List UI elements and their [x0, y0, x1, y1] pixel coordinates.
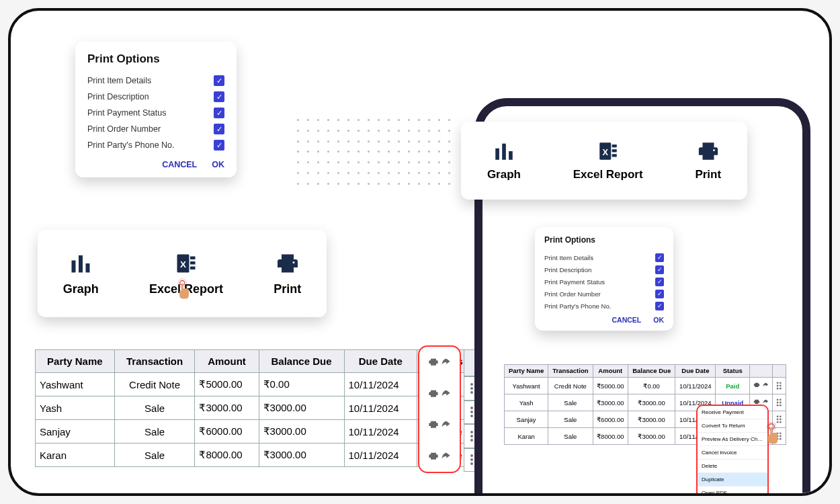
checkbox-icon[interactable]: ✓ — [655, 265, 664, 274]
phone-print-options-card: Print Options Print Item Details✓Print D… — [535, 227, 673, 331]
printer-icon — [753, 382, 760, 388]
pth-amount: Amount — [593, 365, 628, 378]
checkbox-icon[interactable]: ✓ — [655, 302, 664, 310]
cell-party: Yash — [36, 396, 115, 420]
print-option-row[interactable]: Print Item Details✓ — [544, 251, 664, 263]
graph-button[interactable]: Graph — [63, 251, 99, 296]
cell-amount: ₹5000.00 — [195, 373, 259, 396]
cell-balance: ₹3000.00 — [628, 428, 675, 445]
pth-kebab — [772, 365, 786, 378]
print-option-row[interactable]: Print Description✓ — [544, 263, 664, 276]
checkbox-icon[interactable]: ✓ — [214, 75, 224, 86]
print-option-row[interactable]: Print Description✓ — [87, 89, 224, 105]
context-menu-item[interactable]: Receive Payment — [698, 406, 767, 419]
printer-icon[interactable] — [428, 419, 439, 430]
checkbox-icon[interactable]: ✓ — [655, 278, 664, 286]
cell-due: 10/11/2024 — [344, 373, 417, 396]
printer-icon[interactable] — [428, 451, 439, 462]
phone-print-options-title: Print Options — [544, 235, 664, 245]
cell-balance: ₹3000.00 — [259, 396, 344, 420]
excel-icon: X — [174, 251, 198, 276]
phone-graph-button[interactable]: Graph — [487, 140, 521, 181]
cancel-button[interactable]: CANCEL — [162, 160, 197, 169]
cell-amount: ₹8000.00 — [593, 428, 628, 445]
print-option-row[interactable]: Print Payment Status✓ — [87, 105, 224, 121]
cell-amount: ₹3000.00 — [195, 396, 259, 420]
context-menu-item[interactable]: Convert To Return — [698, 419, 767, 433]
print-button[interactable]: Print — [274, 251, 301, 296]
share-icon[interactable] — [440, 451, 451, 462]
context-menu-item[interactable]: Open PDF — [698, 487, 767, 495]
cell-txn: Sale — [548, 428, 593, 445]
pth-status: Status — [716, 365, 750, 378]
cell-balance: ₹3000.00 — [259, 420, 344, 444]
print-option-label: Print Payment Status — [87, 108, 166, 118]
cell-txn: Sale — [548, 411, 593, 428]
cell-due: 10/11/2024 — [344, 396, 417, 420]
checkbox-icon[interactable]: ✓ — [214, 140, 224, 151]
table-row[interactable]: Sanjay Sale ₹6000.00 ₹3000.00 10/11/2024… — [36, 420, 478, 444]
checkbox-icon[interactable]: ✓ — [655, 290, 664, 298]
cell-party: Sanjay — [505, 411, 548, 428]
print-option-row[interactable]: Print Payment Status✓ — [544, 276, 664, 288]
phone-cancel-button[interactable]: CANCEL — [612, 316, 642, 324]
print-option-label: Print Payment Status — [544, 278, 605, 286]
print-option-row[interactable]: Print Item Details✓ — [87, 73, 224, 89]
printer-icon[interactable] — [428, 388, 439, 399]
cell-kebab[interactable] — [772, 394, 786, 411]
cell-due: 10/11/2024 — [344, 420, 417, 444]
phone-print-button[interactable]: Print — [695, 140, 721, 181]
cell-status: Paid — [716, 378, 750, 394]
cell-amount: ₹8000.00 — [195, 444, 259, 467]
cell-actions[interactable] — [750, 378, 773, 394]
context-menu-item[interactable]: Duplicate — [698, 473, 767, 487]
checkbox-icon[interactable]: ✓ — [655, 253, 664, 262]
share-icon — [762, 382, 769, 388]
cell-amount: ₹3000.00 — [593, 394, 628, 411]
print-options-card: Print Options Print Item Details✓Print D… — [75, 42, 237, 177]
context-menu-item[interactable]: Delete — [698, 460, 767, 473]
print-option-row[interactable]: Print Party's Phone No.✓ — [544, 300, 664, 312]
table-row[interactable]: Karan Sale ₹8000.00 ₹3000.00 10/11/2024 … — [36, 444, 478, 467]
svg-text:X: X — [602, 147, 608, 157]
dot-grid-decoration — [293, 115, 454, 189]
cell-kebab[interactable] — [772, 378, 786, 394]
cell-party: Karan — [505, 428, 548, 445]
cell-amount: ₹6000.00 — [195, 420, 259, 444]
print-option-label: Print Item Details — [87, 76, 151, 85]
svg-rect-16 — [502, 144, 506, 160]
context-menu-item[interactable]: Preview As Delivery Challan — [698, 433, 767, 446]
svg-rect-20 — [612, 149, 616, 152]
phone-ok-button[interactable]: OK — [653, 316, 664, 324]
print-option-label: Print Order Number — [544, 290, 601, 298]
ok-button[interactable]: OK — [212, 160, 224, 169]
share-icon[interactable] — [440, 419, 451, 430]
context-menu-item[interactable]: Cancel Invoice — [698, 446, 767, 460]
svg-rect-17 — [509, 151, 513, 160]
phone-excel-button[interactable]: X Excel Report — [573, 140, 643, 181]
print-option-row[interactable]: Print Order Number✓ — [87, 121, 224, 137]
table-row[interactable]: Yashwant Credit Note ₹5000.00 ₹0.00 10/1… — [36, 373, 478, 396]
svg-point-23 — [713, 149, 715, 151]
print-option-row[interactable]: Print Order Number✓ — [544, 288, 664, 300]
printer-icon[interactable] — [428, 357, 439, 368]
share-icon[interactable] — [440, 357, 451, 368]
row-action-cell — [419, 441, 460, 472]
excel-report-button[interactable]: X Excel Report — [149, 251, 223, 296]
print-options-title: Print Options — [87, 52, 224, 66]
checkbox-icon[interactable]: ✓ — [214, 91, 224, 102]
checkbox-icon[interactable]: ✓ — [214, 108, 224, 118]
print-option-row[interactable]: Print Party's Phone No.✓ — [87, 137, 224, 153]
print-option-label: Print Party's Phone No. — [87, 140, 175, 150]
phone-table-row[interactable]: Yashwant Credit Note ₹5000.00 ₹0.00 10/1… — [505, 378, 786, 394]
cell-party: Yashwant — [505, 378, 548, 394]
table-row[interactable]: Yash Sale ₹3000.00 ₹3000.00 10/11/2024 U… — [36, 396, 478, 420]
cell-amount: ₹6000.00 — [593, 411, 628, 428]
cell-party: Karan — [36, 444, 115, 467]
share-icon[interactable] — [440, 388, 451, 399]
cell-balance: ₹0.00 — [259, 373, 344, 396]
print-label: Print — [274, 282, 301, 296]
pth-txn: Transaction — [548, 365, 593, 378]
checkbox-icon[interactable]: ✓ — [214, 124, 224, 134]
cell-party: Yash — [505, 394, 548, 411]
